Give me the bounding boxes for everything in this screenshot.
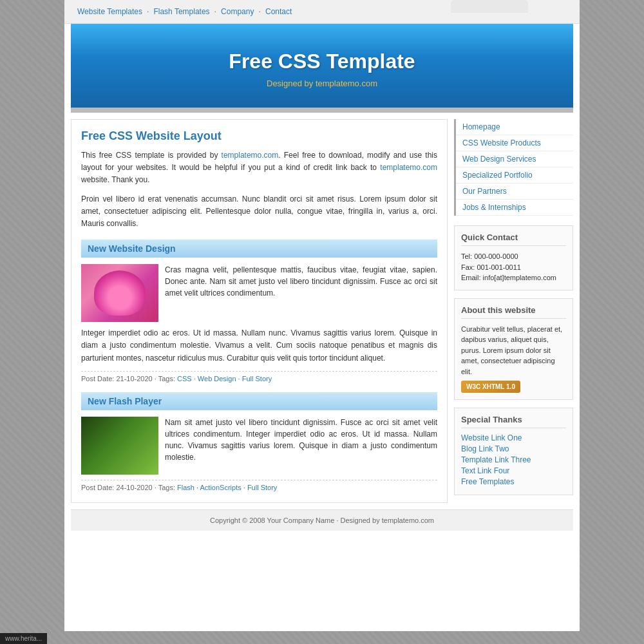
article-2-image [81,417,158,475]
nav-separator-2: · [214,7,216,16]
quick-contact-box: Quick Contact Tel: 000-000-0000 Fax: 001… [454,225,573,290]
article-2-title: New Flash Player [88,396,431,406]
sidebar: Homepage CSS Website Products Web Design… [454,119,573,503]
sidebar-item-portfolio[interactable]: Specialized Portfolio [456,167,573,184]
special-thanks-link-3[interactable]: Template Link Three [461,455,566,464]
special-thanks-heading: Special Thanks [461,415,566,428]
article-2-body: Nam sit amet justo vel libero tincidunt … [81,417,437,475]
article-1-body: Cras magna velit, pellentesque mattis, f… [81,264,437,322]
article-1-header: New Website Design [81,240,437,258]
article-2-fullstory[interactable]: Full Story [247,484,277,491]
about-heading: About this website [461,305,566,319]
page-wrapper: Website Templates · Flash Templates · Co… [64,0,580,631]
article-1-postdate: Post Date: 21-10-2020 [81,375,153,383]
quick-contact-email: Email: info[at]templatemo.com [461,272,566,283]
site-subtitle: Designed by templatemo.com [84,79,560,88]
sidebar-item-partners[interactable]: Our Partners [456,184,573,200]
nav-link-company[interactable]: Company [221,7,254,16]
content-wrapper: Free CSS Website Layout This free CSS te… [71,119,573,503]
article-1-title: New Website Design [88,243,431,254]
w3c-badge-text: W3C XHTML 1.0 [466,383,515,390]
main-heading: Free CSS Website Layout [81,129,437,143]
nav-link-website-templates[interactable]: Website Templates [77,7,142,16]
article-1-fullstory[interactable]: Full Story [242,375,272,383]
footer: Copyright © 2008 Your Company Name · Des… [71,509,573,531]
article-1-tags-label: Tags: [158,375,175,383]
article-2-tag-flash[interactable]: Flash [177,484,194,491]
header-banner: Free CSS Template Designed by templatemo… [71,24,573,108]
special-thanks-box: Special Thanks Website Link One Blog Lin… [454,408,573,495]
templatemo-link-1[interactable]: templatemo.com [222,151,279,160]
intro-text-post: website. Thank you. [81,175,150,184]
sidebar-item-jobs[interactable]: Jobs & Internships [456,200,573,216]
intro-text-pre: This free CSS template is provided by [81,151,222,160]
header-separator [71,108,573,113]
main-content: Free CSS Website Layout This free CSS te… [71,119,448,503]
intro-paragraph-1: This free CSS template is provided by te… [81,149,437,187]
sidebar-nav: Homepage CSS Website Products Web Design… [454,119,573,216]
article-2-tags-label: Tags: [158,484,175,491]
article-1-meta: Post Date: 21-10-2020 · Tags: CSS · Web … [81,371,437,383]
special-thanks-link-4[interactable]: Text Link Four [461,466,566,475]
special-thanks-link-5[interactable]: Free Templates [461,477,566,486]
article-2-header: New Flash Player [81,392,437,410]
about-text: Curabitur velit tellus, placerat et, dap… [461,324,566,377]
article-2-meta: Post Date: 24-10-2020 · Tags: Flash · Ac… [81,480,437,491]
about-box: About this website Curabitur velit tellu… [454,298,573,401]
sidebar-item-web-design[interactable]: Web Design Services [456,151,573,167]
quick-contact-fax: Fax: 001-001-0011 [461,262,566,273]
article-1-full-text: Integer imperdiet odio ac eros. Ut id ma… [81,327,437,365]
article-2-text: Nam sit amet justo vel libero tincidunt … [165,417,437,475]
templatemo-link-2[interactable]: templatemo.com [380,163,437,172]
article-1-image [81,264,158,322]
article-1-text: Cras magna velit, pellentesque mattis, f… [165,264,437,322]
nav-link-flash-templates[interactable]: Flash Templates [153,7,209,16]
site-title: Free CSS Template [84,50,560,73]
nav-link-contact[interactable]: Contact [265,7,292,16]
quick-contact-heading: Quick Contact [461,232,566,246]
sidebar-item-homepage[interactable]: Homepage [456,119,573,135]
intro-paragraph-2: Proin vel libero id erat venenatis accum… [81,193,437,231]
footer-text: Copyright © 2008 Your Company Name · Des… [210,516,434,524]
article-2-postdate: Post Date: 24-10-2020 [81,484,153,491]
quick-contact-tel: Tel: 000-000-0000 [461,251,566,262]
special-thanks-link-2[interactable]: Blog Link Two [461,444,566,453]
decorative-tab [451,0,528,13]
nav-separator-1: · [147,7,149,16]
article-1-tag-css[interactable]: CSS [177,375,192,383]
special-thanks-link-1[interactable]: Website Link One [461,433,566,442]
w3c-badge: W3C XHTML 1.0 [461,381,520,393]
nav-separator-3: · [259,7,261,16]
bottom-strip-text: www.herita... [5,635,42,642]
article-2-tag-actionscripts[interactable]: ActionScripts [200,484,242,491]
bottom-strip: www.herita... [0,633,47,644]
sidebar-item-css-products[interactable]: CSS Website Products [456,135,573,151]
article-1-tag-webdesign[interactable]: Web Design [198,375,236,383]
